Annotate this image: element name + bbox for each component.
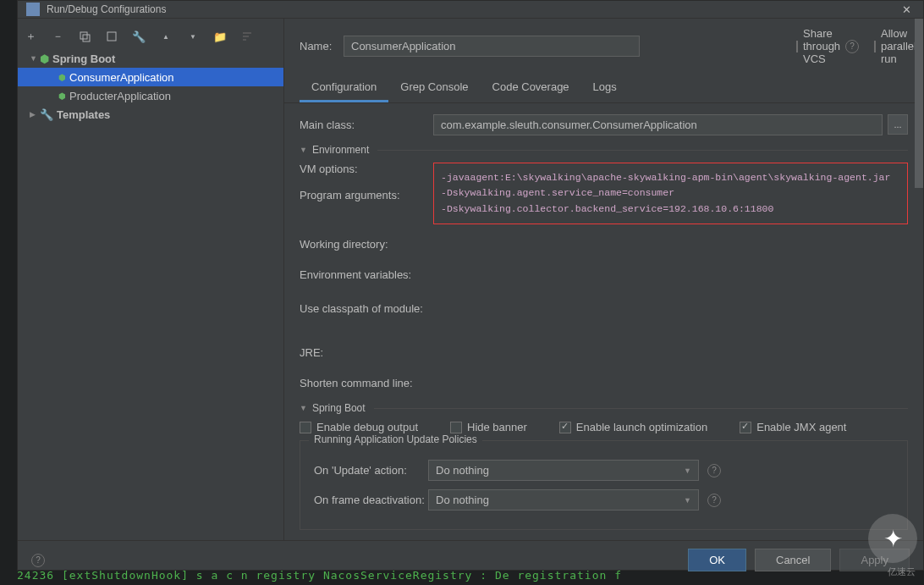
on-frame-label: On frame deactivation: [314, 494, 428, 506]
tree-item-label: ConsumerApplication [69, 71, 174, 84]
wrench-icon[interactable]: 🔧 [129, 27, 148, 46]
sort-icon[interactable] [238, 27, 256, 46]
program-args-label: Program arguments: [300, 189, 433, 201]
dialog-body: ＋ － 🔧 ▲ ▼ 📁 ▼ ⬢ Spring Boot ⬢ [18, 19, 923, 579]
svg-rect-2 [107, 32, 116, 41]
watermark-icon: ✦ [868, 514, 917, 563]
app-icon [26, 3, 40, 16]
enable-debug-checkbox[interactable]: Enable debug output [300, 421, 418, 433]
help-icon[interactable]: ? [707, 464, 721, 477]
help-icon[interactable]: ? [707, 494, 721, 507]
dialog-title: Run/Debug Configurations [47, 3, 898, 15]
classpath-label: Use classpath of module: [300, 302, 433, 315]
springboot-section[interactable]: ▼ Spring Boot [300, 402, 908, 414]
browse-button[interactable]: ... [888, 114, 908, 135]
scrollbar-thumb[interactable] [915, 19, 923, 188]
svg-rect-1 [83, 35, 90, 41]
console-log-line: 24236 [extShutdownHook] s a c n registry… [17, 569, 905, 582]
titlebar: Run/Debug Configurations ✕ [18, 1, 923, 19]
update-policies-fieldset: Running Application Update Policies On '… [300, 440, 908, 530]
name-label: Name: [300, 40, 333, 52]
wrench-icon: 🔧 [40, 108, 53, 121]
allow-parallel-checkbox[interactable]: Allow parallel run [874, 27, 908, 65]
main-class-input[interactable] [433, 114, 883, 135]
hide-banner-checkbox[interactable]: Hide banner [450, 421, 527, 433]
save-icon[interactable] [102, 27, 121, 46]
fieldset-legend: Running Application Update Policies [309, 433, 482, 445]
springboot-icon: ⬢ [58, 73, 66, 82]
content-panel: Name: Share through VCS ? Allow parallel… [284, 19, 923, 540]
down-icon[interactable]: ▼ [184, 27, 202, 46]
help-icon[interactable]: ? [845, 40, 859, 53]
chevron-down-icon: ▼ [300, 404, 307, 412]
springboot-icon: ⬢ [40, 52, 49, 65]
configuration-form: Main class: ... ▼ Environment VM options… [284, 103, 923, 540]
tree-item-label: ProducterApplication [69, 90, 171, 102]
tab-logs[interactable]: Logs [581, 74, 629, 102]
main-area: ＋ － 🔧 ▲ ▼ 📁 ▼ ⬢ Spring Boot ⬢ [18, 19, 923, 540]
help-icon[interactable]: ? [31, 554, 45, 567]
environment-section[interactable]: ▼ Environment [300, 144, 908, 156]
on-update-combo[interactable]: Do nothing▼ [428, 460, 699, 481]
vm-options-label: VM options: [300, 163, 433, 175]
folder-icon[interactable]: 📁 [211, 27, 229, 46]
tab-grep-console[interactable]: Grep Console [388, 74, 480, 102]
share-vcs-checkbox[interactable]: Share through VCS [796, 27, 830, 65]
config-tree: ＋ － 🔧 ▲ ▼ 📁 ▼ ⬢ Spring Boot ⬢ [18, 19, 284, 540]
jre-label: JRE: [300, 346, 433, 359]
tab-code-coverage[interactable]: Code Coverage [481, 74, 581, 102]
tree-item-consumer[interactable]: ⬢ ConsumerApplication [18, 68, 283, 86]
scrollbar-track[interactable] [915, 19, 923, 540]
remove-icon[interactable]: － [48, 27, 67, 46]
add-icon[interactable]: ＋ [21, 27, 40, 46]
copy-icon[interactable] [75, 27, 94, 46]
vm-options-textarea[interactable]: -javaagent:E:\skywalking\apache-skywalki… [433, 163, 908, 224]
chevron-down-icon: ▼ [684, 496, 691, 505]
springboot-icon: ⬢ [58, 91, 66, 101]
watermark-text: 亿速云 [888, 566, 916, 578]
working-dir-label: Working directory: [300, 238, 433, 251]
close-icon[interactable]: ✕ [898, 1, 915, 18]
launch-opt-checkbox[interactable]: Enable launch optimization [559, 421, 707, 433]
chevron-right-icon: ▶ [30, 110, 40, 119]
chevron-down-icon: ▼ [30, 54, 40, 63]
tab-configuration[interactable]: Configuration [300, 74, 388, 102]
tree-node-templates[interactable]: ▶ 🔧 Templates [18, 105, 283, 124]
shorten-label: Shorten command line: [300, 377, 433, 389]
chevron-down-icon: ▼ [300, 146, 307, 154]
env-vars-label: Environment variables: [300, 268, 433, 281]
tree-node-springboot[interactable]: ▼ ⬢ Spring Boot [18, 49, 283, 68]
name-input[interactable] [344, 36, 640, 57]
chevron-down-icon: ▼ [684, 466, 691, 475]
tree-label: Spring Boot [52, 52, 115, 65]
name-row: Name: Share through VCS ? Allow parallel… [284, 19, 923, 74]
main-class-label: Main class: [300, 119, 433, 131]
tree-item-producter[interactable]: ⬢ ProducterApplication [18, 86, 283, 105]
run-debug-dialog: Run/Debug Configurations ✕ ＋ － 🔧 ▲ ▼ 📁 ▼ [17, 0, 924, 571]
on-frame-combo[interactable]: Do nothing▼ [428, 489, 699, 510]
up-icon[interactable]: ▲ [157, 27, 175, 46]
tree-label: Templates [57, 108, 110, 121]
jmx-agent-checkbox[interactable]: Enable JMX agent [740, 421, 846, 433]
tabs: Configuration Grep Console Code Coverage… [284, 74, 923, 103]
svg-rect-0 [80, 32, 87, 39]
on-update-label: On 'Update' action: [314, 464, 428, 477]
